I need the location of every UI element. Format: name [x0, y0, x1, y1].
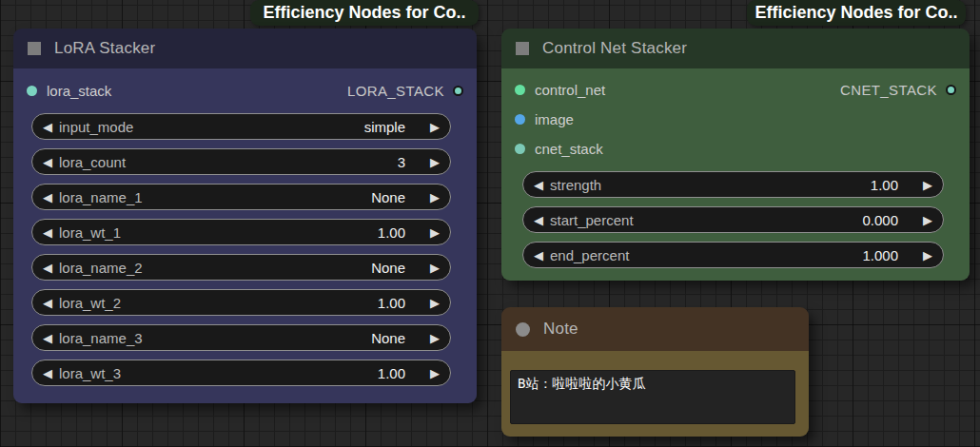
increment-arrow-icon[interactable]: ▶ — [430, 226, 440, 239]
output-slot-cnet-stack[interactable]: CNET_STACK — [840, 82, 956, 98]
output-label: CNET_STACK — [840, 82, 937, 98]
widget-value: 1.00 — [378, 365, 405, 381]
lora-stacker-body: lora_stack LORA_STACK ◀ input_mode simpl… — [13, 68, 477, 403]
input-slot-image[interactable]: image — [515, 111, 574, 127]
widget-value: 3 — [398, 154, 405, 170]
cnet-stacker-titlebar[interactable]: Control Net Stacker — [501, 29, 970, 68]
output-slot-lora-stack[interactable]: LORA_STACK — [347, 83, 463, 99]
input-slot-control-net[interactable]: control_net — [515, 82, 605, 98]
widget-label: end_percent — [550, 247, 629, 263]
input-slot-lora-stack[interactable]: lora_stack — [27, 83, 111, 99]
widget-end-percent[interactable]: ◀ end_percent 1.000 ▶ — [522, 242, 944, 268]
widget-label: lora_wt_3 — [59, 365, 121, 381]
decrement-arrow-icon[interactable]: ◀ — [43, 121, 52, 133]
input-label: lora_stack — [47, 83, 111, 99]
widget-label: lora_count — [59, 154, 126, 170]
increment-arrow-icon[interactable]: ▶ — [430, 191, 440, 204]
note-titlebar[interactable]: Note — [501, 307, 809, 351]
increment-arrow-icon[interactable]: ▶ — [923, 214, 932, 226]
node-title: Control Net Stacker — [542, 39, 687, 58]
widget-value: 1.00 — [378, 224, 405, 241]
widget-value: None — [371, 189, 405, 205]
widget-lora-wt-3[interactable]: ◀ lora_wt_3 1.00 ▶ — [31, 360, 451, 386]
tooltip-efficiency-nodes-right: Efficiency Nodes for Co.. — [747, 0, 966, 26]
port-row: cnet_stack — [501, 134, 970, 164]
input-dot-icon[interactable] — [27, 86, 37, 96]
widget-strength[interactable]: ◀ strength 1.00 ▶ — [522, 171, 944, 198]
input-label: image — [535, 111, 574, 127]
widget-lora-wt-1[interactable]: ◀ lora_wt_1 1.00 ▶ — [31, 219, 451, 245]
decrement-arrow-icon[interactable]: ◀ — [43, 191, 52, 204]
port-row: control_net CNET_STACK — [501, 75, 970, 105]
input-slot-cnet-stack[interactable]: cnet_stack — [515, 141, 603, 157]
node-graph-canvas[interactable]: Efficiency Nodes for Co.. Efficiency Nod… — [0, 0, 980, 447]
decrement-arrow-icon[interactable]: ◀ — [43, 226, 52, 239]
widget-label: lora_wt_2 — [59, 295, 121, 311]
widget-input-mode[interactable]: ◀ input_mode simple ▶ — [31, 113, 451, 140]
widget-value: 1.000 — [862, 247, 898, 263]
increment-arrow-icon[interactable]: ▶ — [430, 367, 440, 379]
widget-lora-wt-2[interactable]: ◀ lora_wt_2 1.00 ▶ — [31, 289, 451, 316]
widget-label: lora_wt_1 — [59, 224, 121, 241]
widget-value: None — [371, 260, 405, 276]
widget-lora-name-3[interactable]: ◀ lora_name_3 None ▶ — [31, 324, 451, 351]
widget-value: 1.00 — [378, 295, 405, 311]
output-dot-icon[interactable] — [453, 86, 463, 96]
increment-arrow-icon[interactable]: ▶ — [430, 262, 440, 274]
decrement-arrow-icon[interactable]: ◀ — [43, 262, 52, 274]
cnet-stacker-body: control_net CNET_STACK image — [501, 68, 970, 281]
node-title: Note — [543, 320, 578, 339]
widget-label: lora_name_3 — [59, 330, 143, 346]
node-control-net-stacker[interactable]: Control Net Stacker control_net CNET_STA… — [501, 29, 970, 281]
widget-value: simple — [364, 119, 405, 135]
node-title: LoRA Stacker — [54, 39, 155, 58]
widget-label: strength — [550, 177, 601, 193]
node-note[interactable]: Note B站：啦啦啦的小黄瓜 — [501, 307, 809, 437]
widget-lora-name-2[interactable]: ◀ lora_name_2 None ▶ — [31, 254, 451, 281]
input-label: control_net — [535, 82, 605, 98]
widget-lora-name-1[interactable]: ◀ lora_name_1 None ▶ — [31, 184, 451, 210]
port-row: image — [501, 105, 970, 134]
input-dot-icon[interactable] — [515, 144, 525, 154]
port-row: lora_stack LORA_STACK — [13, 76, 477, 106]
widget-lora-count[interactable]: ◀ lora_count 3 ▶ — [31, 148, 451, 175]
widget-value: 0.000 — [862, 212, 898, 228]
widget-value: None — [371, 330, 405, 346]
output-dot-icon[interactable] — [946, 85, 956, 95]
note-text-area[interactable]: B站：啦啦啦的小黄瓜 — [510, 370, 795, 424]
input-dot-icon[interactable] — [515, 114, 525, 125]
collapse-toggle-icon[interactable] — [516, 42, 529, 55]
node-lora-stacker[interactable]: LoRA Stacker lora_stack LORA_STACK ◀ — [13, 29, 477, 403]
decrement-arrow-icon[interactable]: ◀ — [43, 367, 52, 379]
decrement-arrow-icon[interactable]: ◀ — [534, 179, 543, 191]
tooltip-efficiency-nodes-left: Efficiency Nodes for Co.. — [250, 0, 479, 26]
input-dot-icon[interactable] — [515, 85, 525, 95]
increment-arrow-icon[interactable]: ▶ — [923, 249, 932, 262]
widget-value: 1.00 — [871, 177, 898, 193]
decrement-arrow-icon[interactable]: ◀ — [43, 332, 52, 344]
decrement-arrow-icon[interactable]: ◀ — [43, 156, 52, 168]
widget-label: input_mode — [59, 119, 133, 135]
collapse-toggle-icon[interactable] — [516, 322, 530, 337]
lora-stacker-titlebar[interactable]: LoRA Stacker — [13, 29, 477, 68]
input-label: cnet_stack — [535, 141, 603, 157]
increment-arrow-icon[interactable]: ▶ — [430, 121, 440, 133]
widget-label: lora_name_2 — [59, 260, 143, 276]
increment-arrow-icon[interactable]: ▶ — [430, 156, 440, 168]
output-label: LORA_STACK — [347, 83, 444, 99]
widget-start-percent[interactable]: ◀ start_percent 0.000 ▶ — [522, 206, 944, 233]
decrement-arrow-icon[interactable]: ◀ — [534, 214, 543, 226]
increment-arrow-icon[interactable]: ▶ — [430, 332, 440, 344]
widget-label: start_percent — [550, 212, 634, 228]
widget-label: lora_name_1 — [59, 189, 143, 205]
collapse-toggle-icon[interactable] — [28, 42, 41, 55]
increment-arrow-icon[interactable]: ▶ — [430, 297, 440, 309]
increment-arrow-icon[interactable]: ▶ — [923, 179, 932, 191]
decrement-arrow-icon[interactable]: ◀ — [43, 297, 52, 309]
decrement-arrow-icon[interactable]: ◀ — [534, 249, 543, 262]
